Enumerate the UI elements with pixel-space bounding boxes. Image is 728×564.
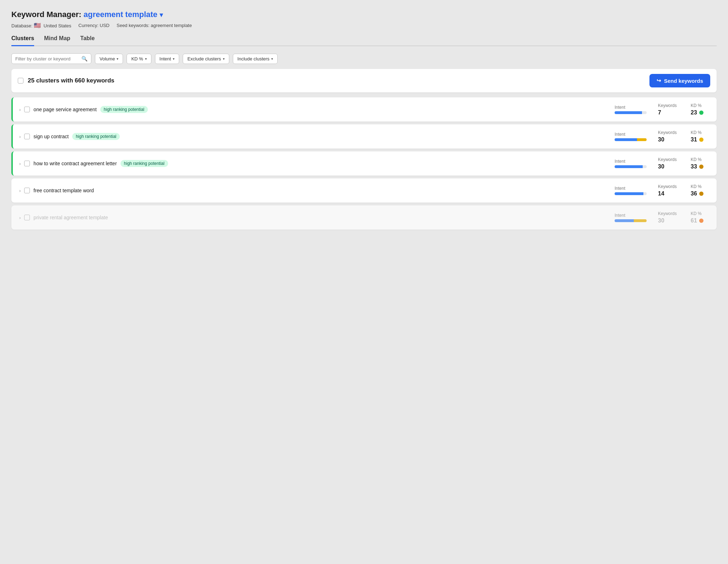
title-static: Keyword Manager:	[11, 10, 81, 19]
cluster-checkbox[interactable]	[24, 161, 30, 166]
cluster-card: › sign up contract high ranking potentia…	[11, 124, 717, 149]
kd-label: KD %	[691, 211, 702, 216]
kd-value: 36	[691, 190, 697, 197]
expand-chevron-icon[interactable]: ›	[19, 188, 21, 193]
expand-chevron-icon[interactable]: ›	[19, 107, 21, 112]
summary-left: 25 clusters with 660 keywords	[18, 77, 114, 84]
send-keywords-button[interactable]: ↪ Send keywords	[649, 74, 710, 87]
kd-label: KD %	[691, 103, 702, 108]
meta-bar: Database: 🇺🇸 United States Currency: USD…	[11, 22, 717, 29]
keywords-metric: Keywords 30	[658, 130, 679, 143]
page-title: Keyword Manager: agreement template ▾	[11, 10, 717, 19]
expand-chevron-icon[interactable]: ›	[19, 215, 21, 220]
kd-value-row: 36	[691, 190, 703, 197]
kd-value: 33	[691, 163, 697, 170]
cluster-checkbox[interactable]	[24, 134, 30, 139]
keywords-label: Keywords	[658, 103, 677, 108]
cluster-left: › one page service agreement high rankin…	[19, 106, 610, 113]
tab-clusters[interactable]: Clusters	[11, 35, 34, 46]
ranking-badge: high ranking potential	[100, 106, 148, 113]
cluster-checkbox[interactable]	[24, 107, 30, 112]
intent-segment	[615, 219, 634, 222]
exclude-clusters-dropdown[interactable]: Exclude clusters ▾	[183, 54, 229, 64]
chevron-down-icon: ▾	[271, 57, 273, 61]
cluster-list: › one page service agreement high rankin…	[11, 97, 717, 230]
intent-dropdown[interactable]: Intent ▾	[155, 54, 180, 64]
cluster-card: › one page service agreement high rankin…	[11, 97, 717, 122]
intent-bar	[615, 192, 647, 195]
chevron-down-icon: ▾	[173, 57, 175, 61]
cluster-name: how to write contract agreement letter	[33, 161, 117, 166]
kd-metric: KD % 23	[691, 103, 710, 116]
search-input[interactable]	[15, 56, 79, 61]
keywords-label: Keywords	[658, 184, 677, 189]
intent-segment	[615, 138, 637, 141]
kd-metric: KD % 33	[691, 157, 710, 170]
expand-chevron-icon[interactable]: ›	[19, 161, 21, 166]
cluster-card: › how to write contract agreement letter…	[11, 151, 717, 176]
search-icon: 🔍	[81, 56, 87, 61]
cluster-left: › how to write contract agreement letter…	[19, 160, 610, 167]
keywords-metric: Keywords 30	[658, 157, 679, 170]
kd-dropdown[interactable]: KD % ▾	[127, 54, 151, 64]
country-name: United States	[44, 23, 71, 28]
include-clusters-dropdown[interactable]: Include clusters ▾	[233, 54, 278, 64]
cluster-right: Intent Keywords 30 KD % 33	[615, 157, 710, 170]
cluster-checkbox[interactable]	[24, 188, 30, 193]
keywords-label: Keywords	[658, 157, 677, 162]
expand-chevron-icon[interactable]: ›	[19, 134, 21, 139]
title-chevron-icon[interactable]: ▾	[160, 11, 163, 18]
keywords-label: Keywords	[658, 130, 677, 135]
cluster-name: free contract template word	[33, 188, 94, 193]
kd-value-row: 61	[691, 217, 703, 224]
intent-label: Intent	[615, 159, 625, 164]
kd-label: KD %	[691, 184, 702, 189]
intent-metric: Intent	[615, 213, 647, 222]
kd-dot-icon	[699, 138, 703, 142]
tab-table[interactable]: Table	[80, 35, 95, 46]
intent-metric: Intent	[615, 159, 647, 168]
cluster-checkbox[interactable]	[24, 215, 30, 220]
kd-metric: KD % 36	[691, 184, 710, 197]
intent-label: Intent	[615, 132, 625, 137]
intent-bar	[615, 219, 647, 222]
kd-value-row: 23	[691, 109, 703, 116]
chevron-down-icon: ▾	[223, 57, 225, 61]
intent-label: Intent	[615, 186, 625, 191]
title-link[interactable]: agreement template	[84, 10, 157, 19]
database-label: Database: 🇺🇸 United States	[11, 22, 71, 29]
kd-dot-icon	[699, 219, 703, 223]
kd-dot-icon	[699, 192, 703, 196]
kd-dot-icon	[699, 165, 703, 169]
intent-segment	[615, 192, 643, 195]
page-header: Keyword Manager: agreement template ▾ Da…	[11, 10, 717, 29]
cluster-left: › free contract template word	[19, 188, 610, 193]
select-all-checkbox[interactable]	[18, 78, 23, 84]
currency-label: Currency: USD	[79, 23, 109, 28]
intent-metric: Intent	[615, 186, 647, 195]
intent-segment	[615, 165, 643, 168]
volume-dropdown[interactable]: Volume ▾	[95, 54, 123, 64]
keywords-value: 14	[658, 190, 664, 197]
keywords-value: 30	[658, 136, 664, 143]
tab-mindmap[interactable]: Mind Map	[44, 35, 70, 46]
keywords-value: 30	[658, 163, 664, 170]
send-icon: ↪	[657, 77, 661, 84]
search-box[interactable]: 🔍	[11, 53, 91, 64]
cluster-card: › free contract template word Intent Key…	[11, 178, 717, 203]
cluster-right: Intent Keywords 30 KD % 61	[615, 211, 710, 224]
kd-value: 23	[691, 109, 697, 116]
cluster-name: sign up contract	[33, 134, 69, 139]
tabs-bar: Clusters Mind Map Table	[11, 35, 717, 46]
intent-label: Intent	[615, 213, 625, 218]
cluster-name: one page service agreement	[33, 107, 96, 112]
keywords-metric: Keywords 30	[658, 211, 679, 224]
kd-label: KD %	[691, 157, 702, 162]
intent-bar	[615, 111, 647, 114]
filter-row: 🔍 Volume ▾ KD % ▾ Intent ▾ Exclude clust…	[11, 53, 717, 64]
keywords-value: 7	[658, 109, 661, 116]
cluster-card: › private rental agreement template Inte…	[11, 205, 717, 230]
cluster-name: private rental agreement template	[33, 215, 108, 220]
intent-segment	[643, 192, 647, 195]
cluster-right: Intent Keywords 7 KD % 23	[615, 103, 710, 116]
